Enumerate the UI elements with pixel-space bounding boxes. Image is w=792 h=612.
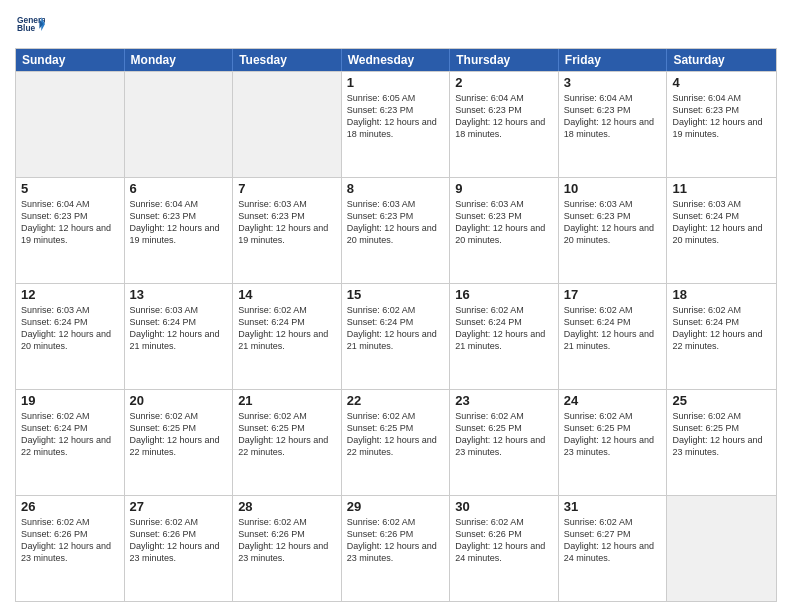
cell-info: Sunrise: 6:03 AM Sunset: 6:24 PM Dayligh… xyxy=(21,304,119,353)
cell-info: Sunrise: 6:03 AM Sunset: 6:23 PM Dayligh… xyxy=(238,198,336,247)
calendar-cell-23: 23Sunrise: 6:02 AM Sunset: 6:25 PM Dayli… xyxy=(450,390,559,495)
calendar-cell-empty-0-2 xyxy=(233,72,342,177)
cell-info: Sunrise: 6:04 AM Sunset: 6:23 PM Dayligh… xyxy=(564,92,662,141)
day-number: 6 xyxy=(130,181,228,196)
calendar-cell-22: 22Sunrise: 6:02 AM Sunset: 6:25 PM Dayli… xyxy=(342,390,451,495)
calendar-cell-empty-0-0 xyxy=(16,72,125,177)
day-number: 24 xyxy=(564,393,662,408)
day-number: 25 xyxy=(672,393,771,408)
day-number: 21 xyxy=(238,393,336,408)
calendar-cell-13: 13Sunrise: 6:03 AM Sunset: 6:24 PM Dayli… xyxy=(125,284,234,389)
cell-info: Sunrise: 6:02 AM Sunset: 6:25 PM Dayligh… xyxy=(672,410,771,459)
calendar-row-0: 1Sunrise: 6:05 AM Sunset: 6:23 PM Daylig… xyxy=(16,71,776,177)
day-number: 9 xyxy=(455,181,553,196)
day-number: 7 xyxy=(238,181,336,196)
calendar-body: 1Sunrise: 6:05 AM Sunset: 6:23 PM Daylig… xyxy=(16,71,776,601)
cell-info: Sunrise: 6:04 AM Sunset: 6:23 PM Dayligh… xyxy=(455,92,553,141)
cell-info: Sunrise: 6:02 AM Sunset: 6:25 PM Dayligh… xyxy=(564,410,662,459)
day-number: 23 xyxy=(455,393,553,408)
day-number: 31 xyxy=(564,499,662,514)
cell-info: Sunrise: 6:03 AM Sunset: 6:24 PM Dayligh… xyxy=(130,304,228,353)
cell-info: Sunrise: 6:02 AM Sunset: 6:24 PM Dayligh… xyxy=(347,304,445,353)
calendar-row-4: 26Sunrise: 6:02 AM Sunset: 6:26 PM Dayli… xyxy=(16,495,776,601)
calendar-cell-28: 28Sunrise: 6:02 AM Sunset: 6:26 PM Dayli… xyxy=(233,496,342,601)
day-number: 8 xyxy=(347,181,445,196)
day-number: 28 xyxy=(238,499,336,514)
calendar-cell-6: 6Sunrise: 6:04 AM Sunset: 6:23 PM Daylig… xyxy=(125,178,234,283)
calendar-row-2: 12Sunrise: 6:03 AM Sunset: 6:24 PM Dayli… xyxy=(16,283,776,389)
cell-info: Sunrise: 6:04 AM Sunset: 6:23 PM Dayligh… xyxy=(672,92,771,141)
cell-info: Sunrise: 6:02 AM Sunset: 6:25 PM Dayligh… xyxy=(347,410,445,459)
cell-info: Sunrise: 6:04 AM Sunset: 6:23 PM Dayligh… xyxy=(130,198,228,247)
cell-info: Sunrise: 6:02 AM Sunset: 6:25 PM Dayligh… xyxy=(130,410,228,459)
cell-info: Sunrise: 6:02 AM Sunset: 6:24 PM Dayligh… xyxy=(238,304,336,353)
day-number: 2 xyxy=(455,75,553,90)
header-day-wednesday: Wednesday xyxy=(342,49,451,71)
calendar-cell-20: 20Sunrise: 6:02 AM Sunset: 6:25 PM Dayli… xyxy=(125,390,234,495)
header: General Blue xyxy=(15,10,777,42)
cell-info: Sunrise: 6:02 AM Sunset: 6:26 PM Dayligh… xyxy=(455,516,553,565)
day-number: 5 xyxy=(21,181,119,196)
day-number: 29 xyxy=(347,499,445,514)
day-number: 15 xyxy=(347,287,445,302)
cell-info: Sunrise: 6:02 AM Sunset: 6:24 PM Dayligh… xyxy=(672,304,771,353)
day-number: 13 xyxy=(130,287,228,302)
cell-info: Sunrise: 6:04 AM Sunset: 6:23 PM Dayligh… xyxy=(21,198,119,247)
cell-info: Sunrise: 6:05 AM Sunset: 6:23 PM Dayligh… xyxy=(347,92,445,141)
calendar-cell-15: 15Sunrise: 6:02 AM Sunset: 6:24 PM Dayli… xyxy=(342,284,451,389)
page: General Blue SundayMondayTuesdayWednesda… xyxy=(0,0,792,612)
day-number: 17 xyxy=(564,287,662,302)
day-number: 30 xyxy=(455,499,553,514)
calendar-cell-24: 24Sunrise: 6:02 AM Sunset: 6:25 PM Dayli… xyxy=(559,390,668,495)
calendar-cell-empty-0-1 xyxy=(125,72,234,177)
calendar-cell-empty-4-6 xyxy=(667,496,776,601)
header-day-monday: Monday xyxy=(125,49,234,71)
cell-info: Sunrise: 6:02 AM Sunset: 6:24 PM Dayligh… xyxy=(455,304,553,353)
calendar-cell-25: 25Sunrise: 6:02 AM Sunset: 6:25 PM Dayli… xyxy=(667,390,776,495)
cell-info: Sunrise: 6:02 AM Sunset: 6:24 PM Dayligh… xyxy=(21,410,119,459)
header-day-thursday: Thursday xyxy=(450,49,559,71)
cell-info: Sunrise: 6:03 AM Sunset: 6:23 PM Dayligh… xyxy=(455,198,553,247)
day-number: 27 xyxy=(130,499,228,514)
calendar-cell-29: 29Sunrise: 6:02 AM Sunset: 6:26 PM Dayli… xyxy=(342,496,451,601)
calendar-cell-8: 8Sunrise: 6:03 AM Sunset: 6:23 PM Daylig… xyxy=(342,178,451,283)
day-number: 14 xyxy=(238,287,336,302)
calendar-cell-26: 26Sunrise: 6:02 AM Sunset: 6:26 PM Dayli… xyxy=(16,496,125,601)
logo: General Blue xyxy=(15,10,45,42)
calendar-cell-12: 12Sunrise: 6:03 AM Sunset: 6:24 PM Dayli… xyxy=(16,284,125,389)
calendar-cell-14: 14Sunrise: 6:02 AM Sunset: 6:24 PM Dayli… xyxy=(233,284,342,389)
day-number: 11 xyxy=(672,181,771,196)
cell-info: Sunrise: 6:02 AM Sunset: 6:25 PM Dayligh… xyxy=(455,410,553,459)
day-number: 26 xyxy=(21,499,119,514)
day-number: 12 xyxy=(21,287,119,302)
calendar-cell-9: 9Sunrise: 6:03 AM Sunset: 6:23 PM Daylig… xyxy=(450,178,559,283)
cell-info: Sunrise: 6:03 AM Sunset: 6:23 PM Dayligh… xyxy=(564,198,662,247)
header-day-friday: Friday xyxy=(559,49,668,71)
header-day-saturday: Saturday xyxy=(667,49,776,71)
calendar: SundayMondayTuesdayWednesdayThursdayFrid… xyxy=(15,48,777,602)
cell-info: Sunrise: 6:02 AM Sunset: 6:26 PM Dayligh… xyxy=(21,516,119,565)
day-number: 4 xyxy=(672,75,771,90)
cell-info: Sunrise: 6:03 AM Sunset: 6:23 PM Dayligh… xyxy=(347,198,445,247)
cell-info: Sunrise: 6:02 AM Sunset: 6:27 PM Dayligh… xyxy=(564,516,662,565)
calendar-cell-2: 2Sunrise: 6:04 AM Sunset: 6:23 PM Daylig… xyxy=(450,72,559,177)
cell-info: Sunrise: 6:02 AM Sunset: 6:26 PM Dayligh… xyxy=(130,516,228,565)
day-number: 1 xyxy=(347,75,445,90)
calendar-header: SundayMondayTuesdayWednesdayThursdayFrid… xyxy=(16,49,776,71)
day-number: 10 xyxy=(564,181,662,196)
calendar-cell-11: 11Sunrise: 6:03 AM Sunset: 6:24 PM Dayli… xyxy=(667,178,776,283)
header-day-tuesday: Tuesday xyxy=(233,49,342,71)
cell-info: Sunrise: 6:02 AM Sunset: 6:26 PM Dayligh… xyxy=(347,516,445,565)
header-day-sunday: Sunday xyxy=(16,49,125,71)
logo-icon: General Blue xyxy=(17,10,45,38)
calendar-cell-4: 4Sunrise: 6:04 AM Sunset: 6:23 PM Daylig… xyxy=(667,72,776,177)
day-number: 22 xyxy=(347,393,445,408)
cell-info: Sunrise: 6:02 AM Sunset: 6:26 PM Dayligh… xyxy=(238,516,336,565)
day-number: 18 xyxy=(672,287,771,302)
calendar-row-1: 5Sunrise: 6:04 AM Sunset: 6:23 PM Daylig… xyxy=(16,177,776,283)
cell-info: Sunrise: 6:03 AM Sunset: 6:24 PM Dayligh… xyxy=(672,198,771,247)
calendar-cell-21: 21Sunrise: 6:02 AM Sunset: 6:25 PM Dayli… xyxy=(233,390,342,495)
day-number: 3 xyxy=(564,75,662,90)
calendar-cell-10: 10Sunrise: 6:03 AM Sunset: 6:23 PM Dayli… xyxy=(559,178,668,283)
calendar-cell-5: 5Sunrise: 6:04 AM Sunset: 6:23 PM Daylig… xyxy=(16,178,125,283)
